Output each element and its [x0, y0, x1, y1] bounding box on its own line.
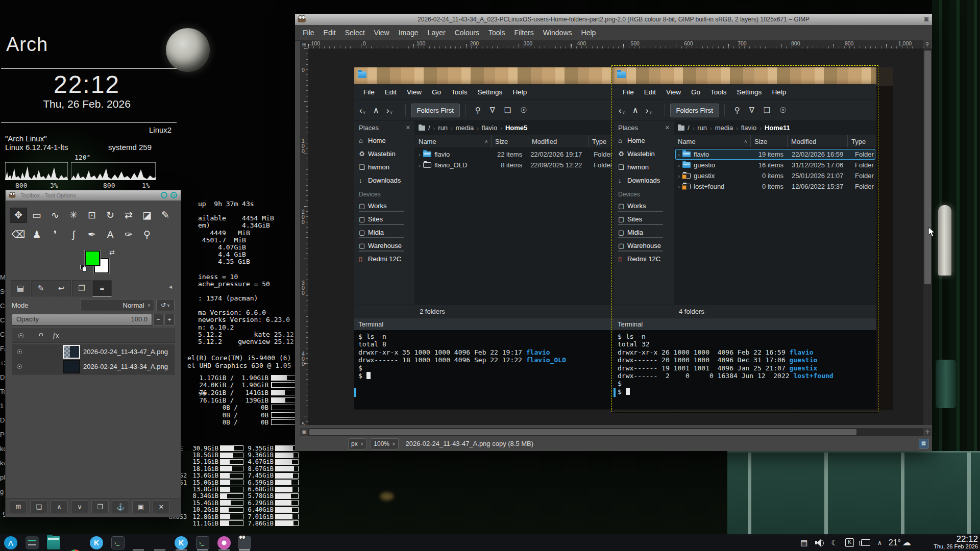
kde-connect-icon[interactable]: K	[845, 538, 854, 547]
layer-row-active[interactable]: ☉ 2026-02-24_11-43-47_A.png	[12, 344, 175, 360]
menu-item[interactable]: Tools	[484, 29, 510, 37]
task-screenshot-tool[interactable]	[217, 536, 231, 549]
menu-item[interactable]: Settings	[732, 88, 767, 96]
menu-item[interactable]: Help	[577, 29, 601, 37]
kde-app-icon[interactable]: K	[90, 536, 103, 549]
menu-item[interactable]: Windows	[538, 29, 577, 37]
device-item[interactable]: Sites	[354, 212, 414, 226]
eraser-tool-icon[interactable]: ⌫	[10, 227, 27, 242]
vertical-ruler[interactable]: 0100200300400500600	[300, 48, 308, 425]
breadcrumb[interactable]: /› run› media› flavio› Home5	[415, 121, 614, 135]
gimp-titlebar[interactable]: 2026-02-24_11-43-34_A_023-PCLinuxOS-user…	[295, 14, 932, 25]
close-icon[interactable]: ✕	[406, 124, 410, 131]
show-hidden-icon[interactable]: ☉	[779, 106, 786, 115]
app-launcher-icon[interactable]: Λ	[4, 536, 17, 549]
layer-visible-icon[interactable]: ☉	[12, 348, 27, 356]
quickmask-toggle-icon[interactable]: ▣	[300, 428, 308, 436]
back-button[interactable]: ‹∨	[619, 106, 625, 115]
dock-menu-icon[interactable]: ◂	[169, 283, 172, 290]
flip-tool-icon[interactable]: ⇄	[120, 208, 137, 223]
move-tool-icon[interactable]: ✥	[10, 208, 27, 223]
network-icon[interactable]	[861, 539, 870, 546]
delete-layer-icon[interactable]: ✕	[153, 500, 170, 513]
crop-tool-icon[interactable]: ⊡	[83, 208, 101, 223]
places-item[interactable]: Home	[614, 134, 674, 147]
device-item[interactable]: Works	[614, 199, 674, 212]
free-select-tool-icon[interactable]: ∿	[46, 208, 64, 223]
folders-first-button[interactable]: Folders First	[670, 104, 719, 117]
column-headers[interactable]: Name∧ Size Modified Type	[674, 135, 876, 148]
paintbrush-tool-icon[interactable]: ✎	[157, 208, 174, 223]
terminal-panel-title[interactable]: Terminal	[354, 318, 614, 330]
menu-item[interactable]: Edit	[380, 88, 402, 96]
lower-layer-icon[interactable]: ∨	[71, 500, 88, 513]
zoom-follow-icon[interactable]: ⚲	[923, 40, 932, 48]
menu-item[interactable]: Settings	[473, 88, 508, 96]
breadcrumb[interactable]: /› run› media› flavio› Home11	[674, 121, 876, 135]
visibility-icon[interactable]: ☉	[12, 332, 30, 340]
merge-layer-icon[interactable]: ⚓	[112, 500, 129, 513]
search-icon[interactable]: ⚲	[734, 106, 740, 115]
menu-item[interactable]: Filters	[510, 29, 538, 37]
close-icon[interactable]: ✕	[665, 124, 670, 131]
tab-undo-history-icon[interactable]: ↩	[52, 280, 71, 296]
tab-tool-options-icon[interactable]: ✎	[31, 280, 51, 296]
file-row[interactable]: › guestio 16 items 31/12/2025 17:06 Fold…	[675, 160, 875, 170]
weather-temp[interactable]: 21°	[889, 538, 901, 547]
menu-item[interactable]: Go	[427, 88, 446, 96]
menu-item[interactable]: Edit	[319, 29, 340, 37]
file-row[interactable]: › lost+found 0 items 12/06/2022 15:37 Fo…	[675, 181, 875, 192]
column-headers[interactable]: Name∧ Size Modified Type	[415, 135, 614, 148]
smudge-tool-icon[interactable]: ❜	[46, 227, 64, 242]
menu-item[interactable]: Colours	[450, 29, 484, 37]
ink-tool-icon[interactable]: ✒	[83, 227, 101, 242]
back-button[interactable]: ‹∨	[359, 106, 366, 115]
new-group-icon[interactable]: ❏	[30, 500, 47, 513]
show-hidden-icon[interactable]: ☉	[520, 106, 527, 115]
places-item[interactable]: Home	[354, 134, 414, 147]
forward-button[interactable]: ›∨	[386, 106, 393, 115]
tray-expand-icon[interactable]: ∧	[877, 539, 882, 546]
opacity-decrease-button[interactable]: −	[153, 314, 163, 325]
fuzzy-select-tool-icon[interactable]: ✳	[65, 208, 82, 223]
menu-item[interactable]: File	[618, 88, 639, 96]
text-tool-icon[interactable]: A	[102, 227, 119, 242]
statusbar-cancel-icon[interactable]: ▦	[919, 439, 928, 448]
places-item[interactable]: hwmon	[354, 160, 414, 173]
tab-image-icon[interactable]: ▤	[11, 280, 30, 296]
foreground-color-swatch[interactable]	[85, 251, 100, 266]
task-terminal[interactable]: ›_	[196, 536, 209, 549]
file-row-selected[interactable]: › flavio 19 items 22/02/2026 16:59 Folde…	[675, 149, 875, 160]
menu-item[interactable]: Go	[686, 88, 705, 96]
places-item[interactable]: hwmon	[614, 160, 674, 173]
menu-item[interactable]: File	[358, 88, 380, 96]
gimp-canvas[interactable]: FileEditViewGoToolsSettingsHelp ‹∨ ∧ ›∨ …	[308, 48, 923, 425]
color-picker-tool-icon[interactable]: ✑	[120, 227, 137, 242]
tab-channels-icon[interactable]: ❐	[72, 280, 91, 296]
layer-mode-select[interactable]: Normal∨	[81, 299, 154, 311]
menu-item[interactable]: Help	[507, 88, 532, 96]
scrollbar-thumb[interactable]	[924, 51, 931, 284]
file-view-empty[interactable]	[674, 192, 876, 305]
settings-icon[interactable]	[26, 536, 39, 549]
transform-tool-icon[interactable]: ↻	[102, 208, 119, 223]
places-item[interactable]: Downloads	[614, 173, 674, 187]
menu-item[interactable]: Edit	[639, 88, 661, 96]
device-item[interactable]: Midia	[614, 226, 674, 239]
places-item[interactable]: Wastebin	[614, 147, 674, 160]
menu-item[interactable]: Tools	[705, 88, 732, 96]
up-button[interactable]: ∧	[632, 106, 639, 115]
menu-item[interactable]: View	[402, 88, 427, 96]
layer-mask-icon[interactable]: ▣	[132, 500, 150, 513]
cloud-icon[interactable]: ☁	[902, 537, 911, 548]
volume-icon[interactable]	[815, 539, 824, 547]
terminal-panel-title[interactable]: Terminal	[614, 318, 876, 330]
gradient-tool-icon[interactable]: ◪	[138, 208, 156, 223]
duplicate-layer-icon[interactable]: ❐	[91, 500, 109, 513]
menu-item[interactable]: Layer	[423, 29, 450, 37]
clock-widget[interactable]: 22:12 Thu, 26 Feb 2026	[934, 535, 978, 549]
shade-button[interactable]: ▫	[161, 192, 167, 198]
navigation-icon[interactable]: ✢	[923, 428, 932, 436]
device-item[interactable]: Redmi 12C	[354, 252, 414, 265]
file-row[interactable]: › guestix 0 items 25/01/2026 21:07 Folde…	[675, 170, 875, 181]
